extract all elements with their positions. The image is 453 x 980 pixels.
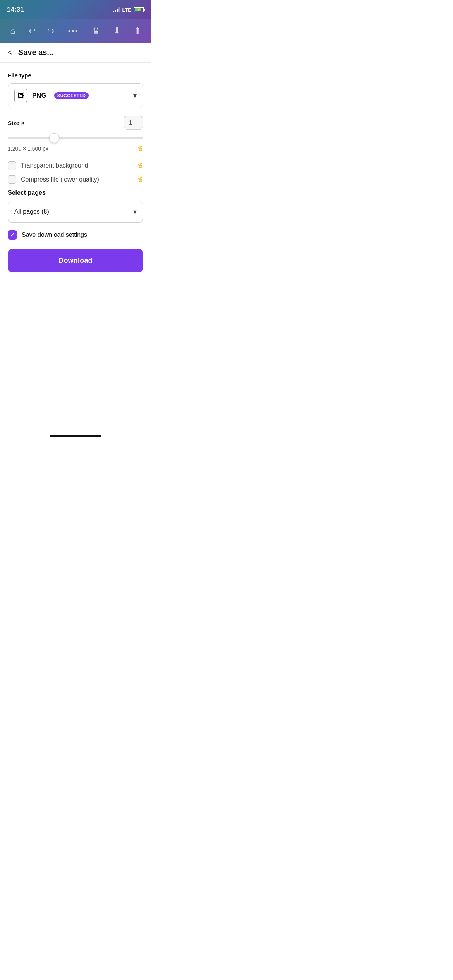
suggested-badge: SUGGESTED [54, 92, 89, 99]
redo-icon[interactable]: ↪ [45, 24, 57, 38]
transparent-bg-checkbox[interactable] [8, 161, 16, 170]
save-settings-row: ✓ Save download settings [8, 230, 143, 240]
size-label: Size × [8, 120, 24, 126]
crown-icon[interactable]: ♛ [90, 24, 102, 38]
file-type-dropdown[interactable]: 🖼 PNG SUGGESTED ▾ [8, 83, 143, 108]
compress-file-label: Compress file (lower quality) [21, 176, 99, 183]
slider-container [8, 134, 143, 140]
pages-value: All pages (8) [14, 208, 49, 215]
chevron-down-icon: ▾ [133, 91, 137, 100]
home-indicator-area [0, 288, 151, 443]
undo-icon[interactable]: ↩ [26, 24, 38, 38]
status-bar: 14:31 LTE ⚡ [0, 0, 151, 19]
home-indicator [50, 435, 101, 437]
size-crown-icon: ♛ [137, 144, 143, 153]
file-type-left: 🖼 PNG SUGGESTED [14, 89, 89, 102]
save-settings-checkbox[interactable]: ✓ [8, 230, 17, 240]
file-type-value: PNG [32, 92, 46, 99]
pages-dropdown[interactable]: All pages (8) ▾ [8, 201, 143, 223]
png-icon: 🖼 [14, 89, 27, 102]
home-icon[interactable]: ⌂ [8, 24, 17, 38]
download-icon[interactable]: ⬇ [111, 24, 123, 38]
back-button[interactable]: < [8, 48, 13, 57]
size-input[interactable] [124, 116, 143, 130]
battery-icon: ⚡ [134, 7, 144, 12]
status-time: 14:31 [7, 6, 24, 14]
transparent-bg-row: Transparent background ♛ [8, 161, 143, 170]
compress-file-row: Compress file (lower quality) ♛ [8, 175, 143, 184]
checkmark-icon: ✓ [10, 232, 15, 238]
transparent-bg-left: Transparent background [8, 161, 88, 170]
transparent-bg-label: Transparent background [21, 162, 88, 169]
compress-file-checkbox[interactable] [8, 175, 16, 184]
share-icon[interactable]: ⬆ [132, 24, 143, 38]
status-icons: LTE ⚡ [113, 7, 144, 13]
file-type-label: File type [8, 72, 143, 79]
page-header: < Save as... [0, 43, 151, 63]
select-pages-label: Select pages [8, 189, 143, 196]
compress-file-left: Compress file (lower quality) [8, 175, 99, 184]
save-settings-label: Save download settings [22, 231, 87, 238]
transparent-bg-crown-icon: ♛ [137, 161, 143, 170]
more-options-icon[interactable]: ••• [66, 24, 81, 38]
size-dimensions: 1,200 × 1,500 px [8, 146, 48, 152]
pages-chevron-down-icon: ▾ [133, 207, 137, 216]
toolbar-center: ↩ ↪ [26, 24, 57, 38]
compress-file-crown-icon: ♛ [137, 175, 143, 184]
signal-bars-icon [113, 7, 120, 12]
size-row: Size × [8, 116, 143, 130]
lte-label: LTE [122, 7, 131, 13]
toolbar: ⌂ ↩ ↪ ••• ♛ ⬇ ⬆ [0, 19, 151, 43]
size-slider[interactable] [8, 137, 143, 139]
size-px-row: 1,200 × 1,500 px ♛ [8, 144, 143, 153]
content-area: File type 🖼 PNG SUGGESTED ▾ Size × 1,200… [0, 63, 151, 288]
page-title: Save as... [18, 48, 53, 57]
download-button[interactable]: Download [8, 249, 143, 272]
